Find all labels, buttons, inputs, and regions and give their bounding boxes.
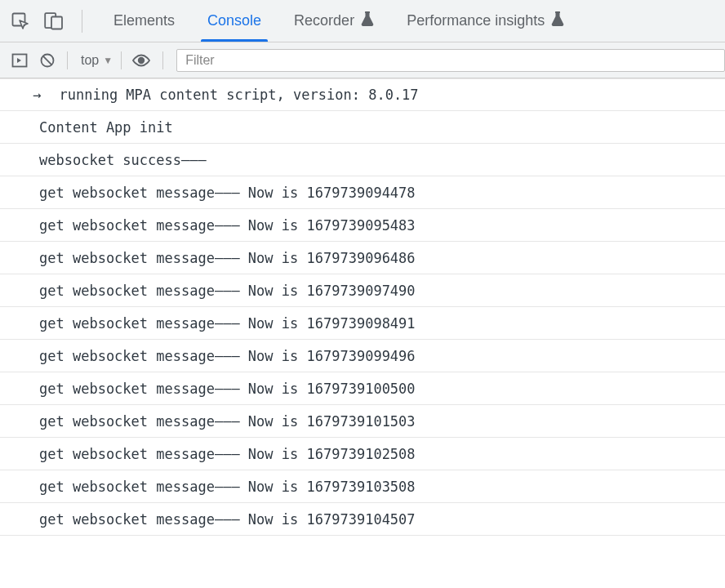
log-message: get websocket message——— Now is 16797390…	[39, 315, 416, 332]
chevron-down-icon: ▼	[103, 55, 113, 66]
device-toolbar-icon[interactable]	[44, 12, 64, 30]
devtools-left-icons	[11, 12, 82, 30]
log-row[interactable]: get websocket message——— Now is 16797390…	[0, 307, 725, 340]
log-row[interactable]: get websocket message——— Now is 16797390…	[0, 274, 725, 307]
log-message: get websocket message——— Now is 16797390…	[39, 283, 416, 299]
log-message: get websocket message——— Now is 16797390…	[39, 185, 416, 201]
log-row[interactable]: get websocket message——— Now is 16797390…	[0, 176, 725, 209]
inspect-element-icon[interactable]	[11, 12, 29, 30]
log-row[interactable]: → running MPA content script, version: 8…	[0, 78, 725, 111]
live-expression-icon[interactable]	[131, 53, 151, 68]
console-filter-input[interactable]	[176, 49, 725, 72]
log-message: get websocket message——— Now is 16797390…	[39, 348, 416, 364]
log-row[interactable]: get websocket message——— Now is 16797391…	[0, 372, 725, 405]
log-row[interactable]: websocket success———	[0, 144, 725, 176]
flask-icon	[361, 11, 374, 30]
log-row[interactable]: get websocket message——— Now is 16797390…	[0, 209, 725, 242]
svg-rect-4	[555, 11, 560, 13]
log-message: get websocket message——— Now is 16797390…	[39, 250, 416, 266]
filter-wrap	[176, 42, 725, 78]
context-selector[interactable]: top ▼	[73, 53, 121, 68]
log-row[interactable]: get websocket message——— Now is 16797391…	[0, 470, 725, 503]
log-message: get websocket message——— Now is 16797390…	[39, 217, 416, 234]
log-row[interactable]: Content App init	[0, 111, 725, 144]
tab-recorder[interactable]: Recorder	[278, 0, 390, 42]
toolbar-separator	[121, 51, 122, 69]
log-message: get websocket message——— Now is 16797391…	[39, 446, 416, 462]
tab-performance-insights-label: Performance insights	[407, 12, 545, 29]
tab-elements-label: Elements	[113, 12, 175, 29]
flask-icon	[551, 11, 564, 30]
devtools-tabbar: Elements Console Recorder Performance in…	[0, 0, 725, 42]
tab-elements[interactable]: Elements	[97, 0, 191, 42]
log-message: get websocket message——— Now is 16797391…	[39, 381, 416, 397]
toolbar-separator	[67, 51, 68, 69]
tab-separator	[82, 10, 82, 33]
context-selector-label: top	[81, 53, 99, 68]
log-message: get websocket message——— Now is 16797391…	[39, 511, 416, 528]
log-arrow: →	[33, 87, 49, 103]
log-message: get websocket message——— Now is 16797391…	[39, 413, 416, 430]
clear-console-icon[interactable]	[39, 52, 56, 69]
console-log-area: → running MPA content script, version: 8…	[0, 78, 725, 536]
svg-rect-2	[51, 16, 62, 29]
log-row[interactable]: get websocket message——— Now is 16797391…	[0, 503, 725, 536]
log-row[interactable]: get websocket message——— Now is 16797390…	[0, 340, 725, 372]
tab-console[interactable]: Console	[191, 0, 278, 42]
tab-console-label: Console	[207, 12, 261, 29]
tab-performance-insights[interactable]: Performance insights	[390, 0, 580, 42]
toolbar-separator	[162, 51, 163, 69]
log-message: get websocket message——— Now is 16797391…	[39, 479, 416, 495]
svg-rect-3	[365, 11, 370, 13]
tab-recorder-label: Recorder	[294, 12, 354, 29]
console-toolbar: top ▼	[0, 42, 725, 78]
log-message: running MPA content script, version: 8.0…	[59, 87, 418, 103]
log-row[interactable]: get websocket message——— Now is 16797391…	[0, 405, 725, 438]
svg-line-7	[43, 56, 52, 65]
svg-point-8	[138, 56, 145, 63]
devtools-tabs: Elements Console Recorder Performance in…	[97, 0, 580, 42]
toggle-console-sidebar-icon[interactable]	[11, 52, 28, 69]
log-message: Content App init	[39, 119, 173, 136]
log-message: websocket success———	[39, 152, 207, 168]
log-row[interactable]: get websocket message——— Now is 16797390…	[0, 242, 725, 274]
log-row[interactable]: get websocket message——— Now is 16797391…	[0, 438, 725, 470]
